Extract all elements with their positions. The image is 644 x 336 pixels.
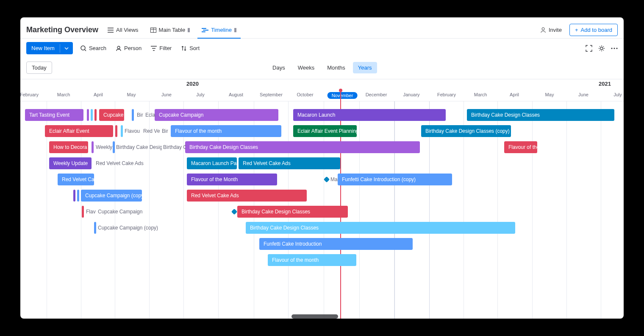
chevron-down-icon[interactable] bbox=[60, 44, 73, 53]
month-label: May bbox=[114, 92, 148, 97]
search-label: Search bbox=[89, 45, 106, 51]
month-label: October bbox=[288, 92, 322, 97]
timeline-chip[interactable] bbox=[132, 109, 134, 121]
timeline-bar[interactable]: Birthday Cake Design Classes bbox=[237, 206, 348, 218]
timeline-bar[interactable]: Red Velvet Cake Ads bbox=[187, 190, 307, 202]
timeline-bar[interactable]: Tart Tasting Event bbox=[25, 109, 83, 121]
timeline-bar[interactable]: Flavour of the month bbox=[171, 125, 281, 137]
svg-point-2 bbox=[81, 46, 85, 50]
timeline-bar[interactable]: Eclair Affair Event bbox=[45, 125, 113, 137]
month-label: August bbox=[219, 92, 253, 97]
sort-icon bbox=[181, 45, 187, 51]
timeline-chip[interactable] bbox=[94, 109, 97, 121]
timeline-bar[interactable]: Weekly Update bbox=[49, 157, 92, 169]
milestone-diamond[interactable] bbox=[324, 176, 330, 182]
collapsed-bar-label[interactable]: Birthday Cake Desig bbox=[116, 141, 162, 153]
timeline-chip[interactable] bbox=[77, 190, 79, 202]
more-icon[interactable] bbox=[611, 48, 618, 49]
search-icon bbox=[80, 45, 86, 51]
view-timeline[interactable]: Timeline bbox=[197, 22, 241, 38]
timeline-chip[interactable] bbox=[113, 141, 115, 153]
timeline-bar[interactable]: Macaron Launch Pa bbox=[187, 157, 237, 169]
timeline-bar[interactable]: Flavour of the month bbox=[268, 254, 356, 266]
add-to-board-button[interactable]: + Add to board bbox=[569, 24, 618, 36]
timeline-chip[interactable] bbox=[91, 109, 93, 121]
timeline-chip[interactable] bbox=[73, 190, 75, 202]
month-label: April bbox=[81, 92, 115, 97]
collapsed-bar-label[interactable]: Ma bbox=[330, 174, 338, 185]
collapsed-bar-label[interactable]: Cupcake Campaign (copy) bbox=[98, 222, 174, 234]
timeline-chip[interactable] bbox=[115, 125, 117, 137]
toolbar: New Item Search Person Filter Sort bbox=[20, 39, 624, 58]
timeline-view[interactable]: 20202021 FebruaryMarchAprilMayJuneJulyAu… bbox=[20, 79, 624, 319]
today-button[interactable]: Today bbox=[26, 62, 52, 74]
view-main-table[interactable]: Main Table bbox=[146, 22, 194, 38]
timeline-bars: Tart Tasting EventCupcakeCupcake Campaig… bbox=[20, 105, 624, 319]
timeline-chip[interactable] bbox=[94, 222, 96, 234]
collapsed-bar-label[interactable]: Bir bbox=[162, 125, 169, 137]
timeline-chip[interactable] bbox=[82, 206, 84, 218]
new-item-button[interactable]: New Item bbox=[26, 42, 73, 54]
timeline-chip[interactable] bbox=[92, 141, 94, 153]
timeline-icon bbox=[202, 28, 208, 33]
timeline-bar[interactable]: Cupcake Campaign (copy bbox=[81, 190, 142, 202]
timeline-chip[interactable] bbox=[87, 109, 89, 121]
timeline-bar[interactable]: Flavour of the Month bbox=[187, 174, 277, 185]
timeline-bar[interactable]: Birthday Cake Design Classes (copy) bbox=[421, 125, 511, 137]
timeline-bar[interactable]: How to Decora bbox=[49, 141, 88, 153]
month-label: July bbox=[601, 92, 624, 97]
milestone-diamond[interactable] bbox=[231, 209, 237, 215]
collapsed-bar-label[interactable]: Weekly bbox=[96, 141, 113, 153]
filter-button[interactable]: Filter bbox=[149, 43, 173, 53]
month-label: November bbox=[328, 92, 358, 99]
collapsed-bar-label[interactable]: Red Ve bbox=[143, 125, 160, 137]
timeline-bar[interactable]: Cupcake Campaign bbox=[155, 109, 278, 121]
collapsed-bar-label[interactable]: Red Velvet Cake Ads bbox=[96, 157, 159, 169]
month-label: December bbox=[359, 92, 393, 97]
view-main-table-label: Main Table bbox=[159, 27, 186, 33]
scale-days[interactable]: Days bbox=[267, 62, 290, 73]
timeline-bar[interactable]: Funfetti Cake Introduction bbox=[259, 238, 413, 250]
month-label: March bbox=[47, 92, 80, 97]
timeline-bar[interactable]: Birthday Cake Design Classes bbox=[246, 222, 515, 234]
fullscreen-icon[interactable] bbox=[586, 45, 592, 52]
timeline-bar[interactable]: Red Velvet Cake Ads bbox=[239, 157, 340, 169]
horizontal-scrollbar[interactable] bbox=[291, 314, 338, 319]
timeline-chip[interactable] bbox=[121, 125, 123, 137]
scale-weeks[interactable]: Weeks bbox=[293, 62, 320, 73]
timeline-bar[interactable]: Birthday Cake Design Classes bbox=[467, 109, 614, 121]
collapsed-bar-label[interactable]: Eclai bbox=[145, 109, 155, 121]
collapsed-bar-label[interactable]: Birthday Ca bbox=[163, 141, 186, 153]
timeline-bar[interactable]: Flavour of the bbox=[504, 141, 537, 153]
collapsed-bar-label[interactable]: Cupcake Campaign bbox=[98, 206, 161, 218]
timeline-bar[interactable]: Macaron Launch bbox=[293, 109, 446, 121]
collapsed-bar-label[interactable]: Flav bbox=[86, 206, 97, 218]
invite-button[interactable]: Invite bbox=[536, 24, 566, 36]
month-label: March bbox=[464, 92, 497, 97]
person-filter-button[interactable]: Person bbox=[114, 43, 143, 53]
sort-button[interactable]: Sort bbox=[179, 43, 201, 53]
sort-label: Sort bbox=[189, 45, 200, 51]
month-label: June bbox=[150, 92, 183, 97]
scale-months[interactable]: Months bbox=[322, 62, 350, 73]
svg-point-3 bbox=[117, 46, 120, 49]
month-label: January bbox=[394, 92, 428, 97]
timeline-bar[interactable]: Birthday Cake Design Classes bbox=[185, 141, 420, 153]
svg-point-7 bbox=[616, 48, 617, 49]
scale-years[interactable]: Years bbox=[353, 62, 377, 73]
timeline-controls: Today Days Weeks Months Years bbox=[20, 58, 624, 79]
month-header: FebruaryMarchAprilMayJuneJulyAugustSepte… bbox=[20, 90, 624, 101]
timeline-bar[interactable]: Red Velvet Ca bbox=[58, 174, 94, 185]
gear-icon[interactable] bbox=[598, 45, 605, 52]
collapsed-bar-label[interactable]: Bir bbox=[137, 109, 144, 121]
svg-point-1 bbox=[542, 28, 544, 30]
month-label: June bbox=[566, 92, 600, 97]
search-button[interactable]: Search bbox=[79, 43, 108, 53]
collapsed-bar-label[interactable]: Flavou bbox=[125, 125, 142, 137]
view-all-views[interactable]: All Views bbox=[103, 22, 143, 38]
add-to-board-label: Add to board bbox=[581, 27, 612, 33]
timeline-bar[interactable]: Funfetti Cake Introduction (copy) bbox=[338, 174, 452, 185]
timeline-bar[interactable]: Cupcake bbox=[99, 109, 124, 121]
month-label: May bbox=[533, 92, 566, 97]
timeline-bar[interactable]: Eclair Affair Event Planning bbox=[293, 125, 357, 137]
